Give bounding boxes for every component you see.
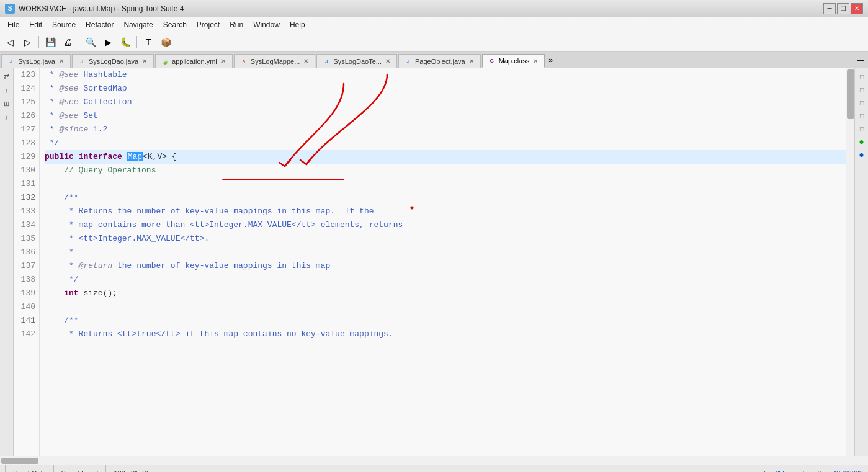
toolbar-pkg-btn[interactable]: 📦: [158, 35, 173, 50]
code-line-132: /**: [45, 191, 846, 205]
java-icon-4: J: [404, 57, 413, 66]
line-num-130: 130: [14, 164, 35, 177]
h-scrollbar[interactable]: [0, 456, 868, 465]
code-line-137: * @return the number of key-value mappin…: [45, 259, 846, 273]
code-text-133: * Returns the number of key-value mappin…: [45, 205, 374, 218]
right-icon-3[interactable]: ◻: [856, 97, 867, 108]
tab-syslogdaote-label: SysLogDaoTe...: [333, 58, 382, 65]
toolbar-back-btn[interactable]: ◁: [2, 35, 17, 50]
line-numbers: 123 124 125 126 127 128 129 130 131 132 …: [14, 68, 40, 456]
sidebar-cursor-icon[interactable]: ↕: [1, 84, 12, 96]
tab-pageobject[interactable]: J PageObject.java ✕: [398, 54, 481, 68]
tab-application[interactable]: 🍃 application.yml ✕: [155, 54, 233, 68]
line-num-129: 129: [14, 150, 35, 164]
tab-syslogmapper-close[interactable]: ✕: [302, 57, 310, 65]
tab-mapclass-close[interactable]: ✕: [532, 57, 539, 65]
right-icon-2[interactable]: ◻: [856, 84, 867, 95]
tab-syslogdao-close[interactable]: ✕: [141, 57, 148, 65]
menu-refactor[interactable]: Refactor: [81, 17, 119, 32]
tab-application-label: application.yml: [172, 58, 217, 65]
restore-button[interactable]: ❐: [837, 3, 849, 14]
java-icon-3: J: [322, 57, 331, 66]
tab-syslogdaote[interactable]: J SysLogDaoTe... ✕: [316, 54, 397, 68]
tab-syslogdaote-close[interactable]: ✕: [384, 57, 391, 65]
right-icon-5[interactable]: ◻: [856, 123, 867, 134]
tab-syslogdao[interactable]: J SysLogDao.java ✕: [72, 54, 154, 68]
tab-minimize-icon[interactable]: —: [857, 56, 867, 65]
minimize-button[interactable]: ─: [823, 3, 836, 14]
code-line-126: * @see Set: [45, 109, 846, 123]
tab-syslogmapper-label: SysLogMappe...: [251, 58, 300, 65]
line-num-139: 139: [14, 287, 35, 300]
java-icon-1: J: [7, 57, 16, 66]
line-num-140: 140: [14, 300, 35, 314]
toolbar-open-type-btn[interactable]: T: [141, 35, 156, 50]
code-content[interactable]: * @see Hashtable * @see SortedMap * @see…: [40, 68, 846, 456]
right-icon-blue[interactable]: ●: [856, 149, 867, 160]
toolbar-search-btn[interactable]: 🔍: [83, 35, 98, 50]
sidebar-arrows-icon[interactable]: ⇄: [1, 71, 12, 82]
toolbar-save-btn[interactable]: 💾: [43, 35, 58, 50]
right-icon-green[interactable]: ●: [856, 136, 867, 147]
menu-bar: File Edit Source Refactor Navigate Searc…: [0, 17, 868, 32]
menu-edit[interactable]: Edit: [24, 17, 47, 32]
tab-application-close[interactable]: ✕: [220, 57, 227, 65]
xml-icon: ×: [239, 57, 248, 66]
code-text-128: */: [45, 136, 59, 150]
code-line-124: * @see SortedMap: [45, 82, 846, 96]
menu-source[interactable]: Source: [47, 17, 81, 32]
toolbar-print-btn[interactable]: 🖨: [60, 35, 75, 50]
menu-project[interactable]: Project: [192, 17, 225, 32]
code-text-134: * map contains more than <tt>Integer.MAX…: [45, 218, 403, 232]
right-icon-4[interactable]: ◻: [856, 110, 867, 121]
code-text-137: * @return the number of key-value mappin…: [45, 259, 330, 273]
tab-syslog[interactable]: J SysLog.java ✕: [1, 54, 71, 68]
line-num-126: 126: [14, 109, 35, 123]
menu-window[interactable]: Window: [248, 17, 285, 32]
title-bar-controls[interactable]: ─ ❐ ✕: [823, 3, 863, 14]
line-num-136: 136: [14, 246, 35, 259]
code-line-139: int size();: [45, 287, 846, 300]
scrollbar-area[interactable]: [846, 68, 854, 456]
menu-file[interactable]: File: [2, 17, 24, 32]
code-text-136: *: [45, 246, 74, 259]
scroll-thumb[interactable]: [847, 69, 854, 119]
tab-pageobject-close[interactable]: ✕: [468, 57, 475, 65]
menu-navigate[interactable]: Navigate: [119, 17, 158, 32]
code-line-140: [45, 300, 846, 314]
tab-bar: J SysLog.java ✕ J SysLogDao.java ✕ 🍃 app…: [0, 52, 868, 68]
line-num-127: 127: [14, 123, 35, 136]
status-bar: Read-Only Smart Insert 129 : 21 [3] http…: [0, 465, 868, 472]
h-scroll-thumb[interactable]: [1, 458, 38, 464]
menu-help[interactable]: Help: [285, 17, 310, 32]
status-url[interactable]: https://blog.csdn.net/qq_43760823: [758, 470, 863, 473]
sidebar-music-icon[interactable]: ♪: [1, 112, 12, 123]
code-text-126: * @see Set: [45, 109, 98, 123]
toolbar-debug-btn[interactable]: 🐛: [118, 35, 133, 50]
code-text-130: // Query Operations: [45, 164, 156, 177]
tab-syslog-close[interactable]: ✕: [58, 57, 65, 65]
close-button[interactable]: ✕: [851, 3, 863, 14]
tab-mapclass-label: Map.class: [499, 57, 530, 65]
code-text-127: * @since 1.2: [45, 123, 107, 136]
code-text-141: /**: [45, 314, 79, 327]
tab-overflow-icon[interactable]: »: [548, 56, 553, 65]
line-num-128: 128: [14, 136, 35, 150]
title-bar: S WORKSPACE - java.util.Map - Spring Too…: [0, 0, 868, 17]
line-num-142: 142: [14, 327, 35, 341]
toolbar-forward-btn[interactable]: ▷: [20, 35, 35, 50]
menu-search[interactable]: Search: [158, 17, 192, 32]
code-text-142: * Returns <tt>true</tt> if this map cont…: [45, 327, 393, 341]
tab-mapclass[interactable]: C Map.class ✕: [482, 54, 545, 68]
tab-syslogdao-label: SysLogDao.java: [89, 58, 138, 65]
right-icon-1[interactable]: ◻: [856, 71, 867, 82]
sidebar-grid-icon[interactable]: ⊞: [1, 98, 12, 109]
menu-run[interactable]: Run: [225, 17, 248, 32]
main-layout: ⇄ ↕ ⊞ ♪ 123 124 125 126 127 128 129 130 …: [0, 68, 868, 456]
code-text-138: */: [45, 273, 79, 287]
left-sidebar: ⇄ ↕ ⊞ ♪: [0, 68, 14, 456]
tab-syslogmapper[interactable]: × SysLogMappe... ✕: [234, 54, 316, 68]
code-line-125: * @see Collection: [45, 96, 846, 109]
toolbar-sep-2: [79, 36, 79, 48]
toolbar-run-btn[interactable]: ▶: [101, 35, 115, 50]
